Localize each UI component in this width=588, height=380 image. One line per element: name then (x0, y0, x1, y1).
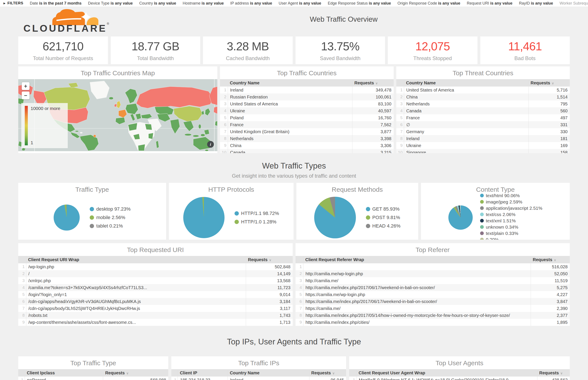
column-header-requests[interactable]: Requests∨ (352, 79, 394, 87)
map-info-icon[interactable]: i (207, 141, 214, 148)
filter-country[interactable]: Country is any value (139, 1, 176, 6)
column-header-client-request-user-agent-wrap[interactable]: Client Request User Agent Wrap (357, 369, 537, 377)
sort-caret-icon: ∨ (269, 258, 271, 262)
top-traffic-ips-table: Client IPCountry NameRequests∨1185.234.2… (171, 369, 346, 380)
filter-origin-response-code[interactable]: Origin Response Code is any value (398, 1, 460, 6)
table-row: 2Russian Federation100,061 (220, 94, 394, 100)
column-header-requests[interactable]: Requests∨ (528, 79, 570, 87)
row-number: 9 (18, 319, 26, 326)
row-number: 9 (396, 142, 404, 149)
column-header-client-request-uri-wrap[interactable]: Client Request URI Wrap (26, 256, 246, 263)
table-cell: 13,568 (246, 277, 293, 284)
row-number-header (296, 256, 303, 263)
filter-worker-subrequest[interactable]: Worker Subrequest ... (560, 1, 588, 6)
row-number: 5 (296, 291, 303, 298)
legend-label: unknown 0.34% (486, 225, 518, 230)
legend-item[interactable]: desktop 97.23% (90, 206, 130, 212)
legend-item[interactable]: text/html 90.06% (480, 193, 542, 198)
chart-title: Request Methods (296, 183, 418, 196)
column-header-country-name[interactable]: Country Name (228, 369, 309, 377)
filter-date[interactable]: Date is in the past 7 months (30, 1, 81, 6)
http-protocols-pie-chart[interactable] (183, 197, 224, 238)
traffic-map-panel: Top Traffic Countries Map (18, 66, 217, 153)
table-cell: 158 (528, 149, 570, 153)
table-row: 4Canada560 (396, 107, 570, 114)
column-header-country-name[interactable]: Country Name (228, 79, 352, 87)
filter-device-type[interactable]: Device Type is any value (88, 1, 133, 6)
kpi-total-requests: 621,710 Total Number of Requests (18, 37, 108, 64)
column-header-requests[interactable]: Requests∨ (537, 369, 570, 377)
map-zoom-in-button[interactable]: + (22, 82, 30, 90)
table-row: 1noRecord568,088 (18, 377, 168, 380)
top-user-agents-panel: Top User Agents Client Request User Agen… (349, 356, 570, 380)
content-type-pie-chart[interactable] (448, 205, 473, 230)
table-cell: 83,100 (352, 100, 394, 107)
row-number: 5 (18, 291, 26, 298)
section-title: Web Traffic Types (18, 153, 570, 171)
table-cell: 181 (528, 135, 570, 142)
column-header-country-name[interactable]: Country Name (404, 79, 529, 87)
legend-item[interactable]: image/jpeg 2.59% (480, 199, 542, 205)
table-row: 9http://camilia.me/index.php/cities/1,89… (296, 319, 570, 326)
filters-toggle[interactable]: ▶ FILTERS (3, 1, 23, 5)
row-number: 1 (296, 263, 303, 270)
table-cell: /cdn-cgi/apps/body/3Lh52SjWTQ4HRlErJykHq… (26, 305, 246, 312)
filter-user-agent[interactable]: User Agent is any value (279, 1, 321, 6)
column-header-requests[interactable]: Requests∨ (246, 256, 293, 263)
column-header-requests[interactable]: Requests∨ (531, 256, 570, 263)
row-number: 3 (220, 100, 228, 107)
table-cell: /robots.txt (26, 312, 246, 319)
legend-swatch-icon (90, 215, 94, 220)
row-number: 2 (220, 94, 228, 100)
table-cell: Ireland (228, 87, 352, 94)
legend-item[interactable]: text/css 2.06% (480, 212, 542, 217)
filter-ip-address[interactable]: IP address is any value (230, 1, 272, 6)
row-number: 7 (396, 128, 404, 135)
table-cell: Germany (404, 128, 529, 135)
column-header-client-request-referer-wrap[interactable]: Client Request Referer Wrap (303, 256, 531, 263)
legend-item[interactable]: HEAD 4.26% (366, 223, 401, 229)
legend-item[interactable]: POST 9.81% (366, 215, 401, 220)
legend-item[interactable]: HTTP/1.1 98.72% (235, 211, 279, 216)
row-number: 7 (18, 305, 26, 312)
legend-item[interactable]: application/javascript 2.51% (480, 206, 542, 211)
table-cell: Canada (228, 149, 352, 153)
table-row: 10Singapore158 (396, 149, 570, 153)
table-cell: ∅ (404, 121, 529, 128)
filter-request-uri[interactable]: Request URI is any value (467, 1, 512, 6)
legend-item[interactable]: text/xml 1.51% (480, 218, 542, 223)
column-header-client-ipclass[interactable]: Client Ipclass (25, 369, 103, 377)
legend-item[interactable]: GET 85.93% (366, 206, 401, 212)
legend-item[interactable]: tablet 0.21% (90, 223, 130, 229)
kpi-bad-bots: 11,461 Bad Bots (480, 37, 570, 64)
row-number-header (171, 369, 178, 377)
table-cell: 185.234.218.33 (178, 377, 228, 380)
legend-swatch-icon (366, 224, 370, 228)
column-header-requests[interactable]: Requests∨ (103, 369, 168, 377)
top-requested-uri-panel: Top Requested URI Client Request URI Wra… (18, 243, 293, 326)
legend-item[interactable]: HTTP/1.0 1.28% (235, 219, 279, 225)
request-methods-chart-card: Request Methods GET 85.93%POST 9.81%HEAD… (296, 183, 418, 240)
filter-hostname[interactable]: Hostname is any value (182, 1, 224, 6)
legend-item[interactable]: text/plain 0.33% (480, 231, 542, 236)
column-header-requests[interactable]: Requests∨ (309, 369, 346, 377)
legend-label: text/css 2.06% (486, 212, 515, 217)
world-map[interactable]: + − 10000 or more 1 i (18, 79, 217, 151)
legend-item[interactable]: unknown 0.34% (480, 225, 542, 230)
row-number: 1 (220, 87, 228, 94)
column-header-client-ip[interactable]: Client IP (178, 369, 228, 377)
legend-item[interactable]: mobile 2.56% (90, 215, 130, 220)
map-zoom-out-button[interactable]: − (22, 92, 30, 99)
top-traffic-type-panel: Top Traffic Type Client IpclassRequests∨… (18, 356, 168, 380)
table-cell: 3,215 (352, 149, 394, 153)
table-cell: 3,877 (352, 128, 394, 135)
table-cell: 349,478 (352, 87, 394, 94)
request-methods-pie-chart[interactable] (314, 197, 356, 238)
kpi-total-bandwidth: 18.77 GB Total Bandwidth (111, 37, 201, 64)
legend-item[interactable]: 0.20% (480, 237, 542, 240)
filter-rayid[interactable]: RayID is any value (519, 1, 553, 6)
filter-edge-response-status[interactable]: Edge Response Status is any value (328, 1, 391, 6)
row-number-header (18, 256, 26, 263)
traffic-type-pie-chart[interactable] (54, 205, 80, 230)
legend-label: GET 85.93% (372, 206, 400, 212)
